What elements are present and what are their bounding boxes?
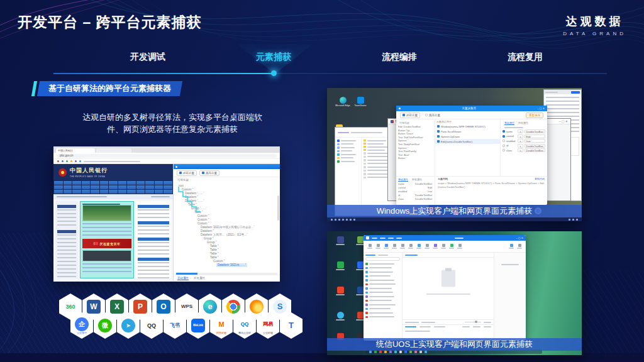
- pbc-nav-grid: [53, 180, 173, 194]
- checkbox-icon[interactable]: [502, 145, 505, 147]
- dialog-tree-node[interactable]: Button '': [398, 156, 433, 160]
- toolbar-button[interactable]: [392, 244, 397, 249]
- checkbox-icon[interactable]: [502, 149, 505, 151]
- menu-item[interactable]: [388, 238, 394, 239]
- windows-caption-bar: Windows上实现客户端和网页界面元素捕获: [327, 205, 582, 217]
- tree-node[interactable]: DataItem '2021年……': [216, 263, 247, 267]
- checkbox-icon[interactable]: [502, 135, 505, 138]
- capture-icon: [402, 114, 405, 116]
- dock-icon[interactable]: [414, 351, 417, 353]
- app-icon: [175, 166, 177, 168]
- empty-canvas[interactable]: [402, 258, 494, 319]
- dock-icon[interactable]: [379, 351, 382, 353]
- taskbar-icon[interactable]: [331, 219, 333, 221]
- toolbar-button[interactable]: [367, 244, 372, 249]
- bookmark-icon[interactable]: [75, 160, 77, 162]
- dock-icon[interactable]: [419, 351, 422, 353]
- dock-icon[interactable]: [384, 351, 387, 353]
- tool-tab-all-props[interactable]: 所有属性: [194, 277, 205, 280]
- operator-select[interactable]: x: [518, 129, 523, 133]
- path-row[interactable]: Spinner.UpDown: [435, 134, 500, 139]
- prop-row[interactable]: control x 'Edit': [502, 134, 545, 138]
- component-list-panel: [364, 253, 402, 341]
- tool-tab-basic-props[interactable]: 基础属性: [177, 277, 189, 280]
- window-controls[interactable]: – ▢ ✕: [559, 120, 568, 123]
- highlight-element-button[interactable]: 高亮元素: [199, 170, 219, 176]
- dialog-window-controls[interactable]: – ▢ ✕: [537, 107, 545, 110]
- toolbar-button[interactable]: [449, 244, 454, 249]
- tree-scrollbar[interactable]: [277, 195, 279, 221]
- toolbar-button[interactable]: [509, 244, 514, 249]
- bookmark-icon[interactable]: [57, 160, 59, 162]
- step-tab[interactable]: 元素捕获: [211, 52, 336, 63]
- checkbox-icon: [437, 125, 440, 128]
- component-search-input[interactable]: [365, 257, 400, 261]
- path-row[interactable]: Window(name='WPF THEME STUDIO'): [435, 124, 500, 129]
- checkbox-icon[interactable]: [502, 130, 505, 133]
- kv-tab-all[interactable]: 所有属性: [412, 178, 422, 182]
- uos-icon-computer[interactable]: [332, 236, 348, 245]
- dialog-highlight-toggle[interactable]: 高亮元素: [423, 113, 442, 118]
- tree-hscrollbar[interactable]: [176, 273, 277, 275]
- uos-icon-wps-show[interactable]: [332, 287, 348, 295]
- toolbar-button[interactable]: [408, 244, 413, 249]
- path-row[interactable]: Pane.ScrollViewer: [435, 129, 500, 134]
- step-tab[interactable]: 流程复用: [462, 52, 588, 63]
- uos-icon-wps-cloud[interactable]: [332, 312, 348, 321]
- props-tab-all[interactable]: 所有属性: [518, 121, 528, 125]
- step-tab[interactable]: 流程编排: [336, 52, 462, 63]
- browser-tab-active[interactable]: 中国人民银行: [56, 148, 95, 153]
- menu-item[interactable]: [372, 238, 377, 239]
- path-row[interactable]: Edit(name='DoubleTextBox'): [435, 139, 500, 144]
- dock-icon[interactable]: [404, 351, 407, 353]
- operator-select[interactable]: x: [518, 144, 523, 148]
- toolbar-button[interactable]: [433, 244, 438, 249]
- zoom-slider[interactable]: [465, 322, 481, 323]
- dock-icon[interactable]: [409, 351, 412, 353]
- menu-item[interactable]: [396, 238, 402, 239]
- checkbox-icon[interactable]: [502, 140, 505, 142]
- dialog-capture-button[interactable]: 捕获元素: [400, 112, 420, 118]
- prop-row[interactable]: class x 'DoubleTextBox': [502, 148, 545, 152]
- dock-icon[interactable]: [425, 351, 427, 353]
- operator-select[interactable]: x: [518, 139, 523, 143]
- toolbar-button[interactable]: [517, 244, 522, 249]
- dock-icon[interactable]: [369, 351, 372, 353]
- prop-row[interactable]: name x 'DoubleTextBox': [502, 129, 545, 133]
- operator-select[interactable]: x: [518, 134, 523, 138]
- toolbar-button[interactable]: [441, 244, 446, 249]
- step-tab[interactable]: 开发调试: [85, 52, 211, 63]
- app-hexagon: 微: [94, 312, 116, 339]
- operator-select[interactable]: x: [518, 148, 523, 152]
- toolbar-button[interactable]: [416, 244, 421, 249]
- dock-icon[interactable]: [399, 351, 402, 353]
- bookmark-icon[interactable]: [62, 160, 64, 162]
- copy-code-button[interactable]: 复制代码: [535, 177, 545, 180]
- dock-icon[interactable]: [374, 351, 377, 353]
- uos-icon-wps-sheet[interactable]: [332, 261, 348, 270]
- bookmark-icon[interactable]: [79, 160, 81, 162]
- props-tab-basic[interactable]: 基础属性: [504, 121, 514, 125]
- browser-tab-inactive[interactable]: [96, 148, 131, 153]
- toolbar-button[interactable]: [425, 244, 430, 249]
- window-controls[interactable]: – ▢ ✕: [516, 237, 523, 239]
- url-input[interactable]: pbc.gov.cn: [57, 154, 277, 158]
- uos-screenshot: – ▢ ✕: [327, 231, 582, 355]
- dock-icon[interactable]: [389, 351, 392, 353]
- prop-row[interactable]: enabled x 'true': [502, 139, 545, 143]
- kv-tab-basic[interactable]: 基础属性: [398, 178, 408, 182]
- prop-row[interactable]: id x 'DoubleTextBox': [502, 144, 545, 148]
- bookmark-icon[interactable]: [70, 160, 72, 162]
- bookmark-icon[interactable]: [66, 160, 68, 162]
- dock-icon[interactable]: [394, 351, 397, 353]
- toolbar-button[interactable]: [457, 244, 462, 249]
- capture-element-button[interactable]: 捕获元素: [177, 170, 197, 176]
- toolbar-button[interactable]: [384, 244, 389, 249]
- desktop-icon-teamviewer[interactable]: TeamViewer: [352, 97, 369, 107]
- toolbar-button[interactable]: [400, 244, 405, 249]
- reselect-button[interactable]: 重新选择: [526, 112, 543, 118]
- pbc-right-column: [136, 201, 171, 278]
- menu-item[interactable]: [380, 238, 386, 239]
- toolbar-button[interactable]: [375, 244, 380, 249]
- desktop-icon-edge[interactable]: Microsoft Edge: [335, 97, 351, 107]
